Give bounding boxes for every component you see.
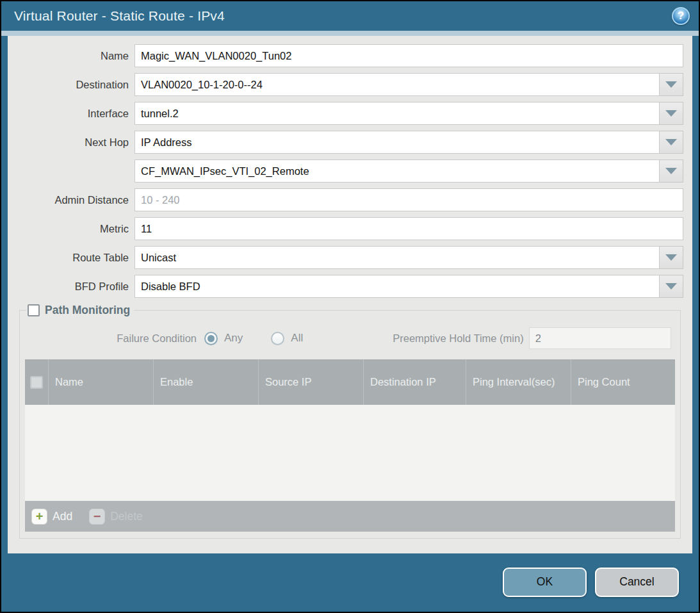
failure-condition-label: Failure Condition xyxy=(25,332,204,345)
column-header-source-ip[interactable]: Source IP xyxy=(259,359,364,405)
interface-input[interactable] xyxy=(134,102,660,125)
route-table-input[interactable] xyxy=(134,246,660,269)
chevron-down-icon xyxy=(665,110,677,117)
next-hop-address-row xyxy=(8,159,683,183)
name-input[interactable] xyxy=(134,44,683,67)
destination-row: Destination xyxy=(8,73,683,96)
failure-condition-all-radio[interactable]: All xyxy=(271,332,303,345)
add-button-label: Add xyxy=(53,510,72,523)
interface-dropdown-button[interactable] xyxy=(660,102,683,125)
ok-button[interactable]: OK xyxy=(503,568,587,597)
bfd-profile-row: BFD Profile xyxy=(8,275,683,298)
column-header-ping-interval[interactable]: Ping Interval(sec) xyxy=(466,359,571,405)
interface-label: Interface xyxy=(8,108,134,120)
bfd-profile-input[interactable] xyxy=(134,275,660,298)
path-monitoring-legend: Path Monitoring xyxy=(26,304,134,317)
metric-row: Metric xyxy=(8,217,683,240)
route-table-label: Route Table xyxy=(8,252,134,264)
table-toolbar: + Add − Delete xyxy=(25,501,675,532)
column-header-ping-count[interactable]: Ping Count xyxy=(571,359,675,405)
select-all-checkbox[interactable] xyxy=(30,376,43,389)
next-hop-type-input[interactable] xyxy=(134,131,660,154)
admin-distance-label: Admin Distance xyxy=(8,194,134,206)
name-label: Name xyxy=(8,50,134,62)
next-hop-label: Next Hop xyxy=(8,136,134,149)
failure-condition-row: Failure Condition Any All Preemptive Hol… xyxy=(25,327,671,349)
cancel-button[interactable]: Cancel xyxy=(595,568,679,597)
failure-condition-all-label: All xyxy=(291,332,303,345)
next-hop-address-input[interactable] xyxy=(134,159,660,183)
column-header-name[interactable]: Name xyxy=(49,359,154,405)
dialog-footer: OK Cancel xyxy=(3,553,697,610)
failure-condition-any-label: Any xyxy=(224,332,243,345)
destination-label: Destination xyxy=(8,79,134,91)
preemptive-hold-time-input[interactable] xyxy=(529,327,671,349)
table-body-empty xyxy=(25,405,675,501)
chevron-down-icon xyxy=(665,81,677,88)
metric-input[interactable] xyxy=(134,217,683,240)
column-header-destination-ip[interactable]: Destination IP xyxy=(364,359,466,405)
path-monitoring-section: Path Monitoring Failure Condition Any Al… xyxy=(19,304,681,539)
titlebar-highlight-strip xyxy=(1,31,699,36)
delete-button[interactable]: − Delete xyxy=(89,509,143,525)
interface-row: Interface xyxy=(8,102,683,125)
add-plus-icon: + xyxy=(31,509,47,525)
route-table-row: Route Table xyxy=(8,246,683,269)
next-hop-row: Next Hop xyxy=(8,131,683,154)
bfd-profile-label: BFD Profile xyxy=(8,281,134,293)
chevron-down-icon xyxy=(665,139,677,145)
path-monitoring-title: Path Monitoring xyxy=(45,304,130,317)
column-header-enable[interactable]: Enable xyxy=(154,359,259,405)
preemptive-hold-time-label: Preemptive Hold Time (min) xyxy=(393,332,523,345)
route-table-dropdown-button[interactable] xyxy=(660,246,683,269)
dialog-title: Virtual Router - Static Route - IPv4 xyxy=(14,8,672,24)
next-hop-dropdown-button[interactable] xyxy=(660,131,683,154)
admin-distance-input[interactable] xyxy=(134,188,683,211)
chevron-down-icon xyxy=(665,168,677,174)
chevron-down-icon xyxy=(665,254,677,261)
name-row: Name xyxy=(8,44,683,67)
static-route-dialog: Virtual Router - Static Route - IPv4 ? N… xyxy=(0,0,700,613)
dialog-content: Name Destination Interface Next Hop xyxy=(8,36,692,553)
destination-input[interactable] xyxy=(134,73,660,96)
path-monitoring-checkbox[interactable] xyxy=(28,304,40,316)
next-hop-address-dropdown-button[interactable] xyxy=(660,159,683,183)
admin-distance-row: Admin Distance xyxy=(8,188,683,211)
help-icon[interactable]: ? xyxy=(672,7,690,25)
chevron-down-icon xyxy=(665,283,677,290)
dialog-titlebar: Virtual Router - Static Route - IPv4 ? xyxy=(1,1,699,31)
metric-label: Metric xyxy=(8,223,134,235)
delete-button-label: Delete xyxy=(110,510,143,523)
table-header-checkbox-cell xyxy=(25,359,49,405)
radio-unselected-icon xyxy=(271,332,284,345)
delete-minus-icon: − xyxy=(89,509,105,525)
radio-selected-icon xyxy=(204,332,218,345)
add-button[interactable]: + Add xyxy=(31,509,72,525)
destination-dropdown-button[interactable] xyxy=(660,73,683,96)
path-monitoring-table: Name Enable Source IP Destination IP Pin… xyxy=(25,359,675,532)
table-header-row: Name Enable Source IP Destination IP Pin… xyxy=(25,359,675,405)
bfd-profile-dropdown-button[interactable] xyxy=(660,275,683,298)
failure-condition-any-radio[interactable]: Any xyxy=(204,332,243,345)
